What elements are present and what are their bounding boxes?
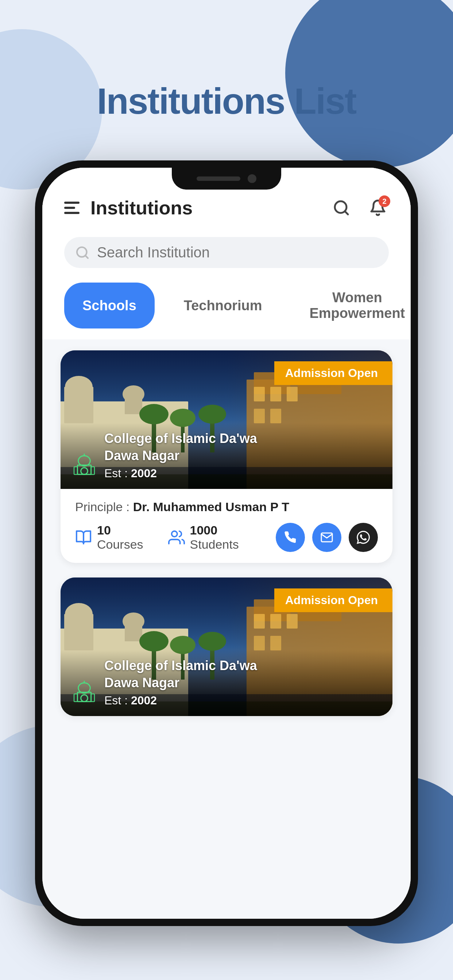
svg-point-32 xyxy=(171,531,177,537)
svg-point-40 xyxy=(139,631,169,652)
college-name-1: College of Islamic Da'waDawa Nagar xyxy=(104,430,381,465)
tab-technorium[interactable]: Technorium xyxy=(166,283,281,328)
search-input-wrap[interactable] xyxy=(64,237,389,268)
hamburger-line-3 xyxy=(64,212,80,214)
svg-point-11 xyxy=(139,404,169,425)
college-name-2: College of Islamic Da'waDawa Nagar xyxy=(104,657,381,692)
svg-rect-7 xyxy=(74,385,83,403)
svg-rect-57 xyxy=(77,692,91,702)
card-bottom-info-2: College of Islamic Da'waDawa Nagar Est :… xyxy=(61,650,392,716)
card-info-1: Principle : Dr. Muhammed Usman P T xyxy=(61,489,392,563)
header-title: Institutions xyxy=(91,197,193,219)
svg-rect-36 xyxy=(74,612,83,630)
svg-point-26 xyxy=(78,456,91,466)
admission-ribbon-1: Admission Open xyxy=(274,361,392,385)
search-field-icon xyxy=(75,245,90,260)
search-icon-button[interactable] xyxy=(330,197,353,219)
card-image-2: Admission Open xyxy=(61,578,392,716)
header-right: 2 xyxy=(330,197,389,219)
svg-point-55 xyxy=(78,683,91,693)
whatsapp-button-1[interactable] xyxy=(349,523,378,552)
notification-badge: 2 xyxy=(379,196,390,207)
tab-schools[interactable]: Schools xyxy=(64,283,155,328)
svg-rect-50 xyxy=(287,614,298,628)
est-text-2: Est : 2002 xyxy=(104,694,381,707)
card-name-est-2: College of Islamic Da'waDawa Nagar Est :… xyxy=(104,657,381,707)
page-title: Institutions List xyxy=(0,80,453,122)
svg-rect-38 xyxy=(125,619,142,641)
svg-rect-19 xyxy=(254,387,265,401)
svg-rect-20 xyxy=(270,387,281,401)
svg-rect-9 xyxy=(125,392,142,414)
principle-name-1: Dr. Muhammed Usman P T xyxy=(133,500,289,514)
card-name-est-1: College of Islamic Da'waDawa Nagar Est :… xyxy=(104,430,381,480)
svg-point-15 xyxy=(198,405,226,424)
svg-rect-49 xyxy=(270,614,281,628)
svg-rect-51 xyxy=(254,636,265,651)
courses-icon-1 xyxy=(75,528,92,547)
institution-card-1: Admission Open xyxy=(61,350,392,563)
phone-button-1[interactable] xyxy=(276,523,305,552)
courses-count-1: 10 Courses xyxy=(97,523,153,552)
hamburger-menu-icon[interactable] xyxy=(64,202,80,214)
institution-card-2: Admission Open xyxy=(61,578,392,716)
svg-rect-52 xyxy=(270,636,281,651)
hamburger-line-2 xyxy=(64,207,75,209)
svg-rect-58 xyxy=(81,695,88,702)
notch-camera xyxy=(248,174,257,183)
students-icon-1 xyxy=(168,528,185,547)
hamburger-line-1 xyxy=(64,202,80,204)
mosque-icon-2 xyxy=(72,680,97,707)
mosque-icon-1 xyxy=(72,453,97,480)
app-content: Institutions 2 xyxy=(42,168,411,919)
stat-students-1: 1000 Students xyxy=(168,523,261,552)
header-left: Institutions xyxy=(64,197,193,219)
card-bottom-info-1: College of Islamic Da'waDawa Nagar Est :… xyxy=(61,423,392,489)
card-image-1: Admission Open xyxy=(61,350,392,489)
svg-line-1 xyxy=(345,211,348,215)
phone-screen: Institutions 2 xyxy=(42,168,411,919)
students-count-1: 1000 Students xyxy=(190,523,261,552)
card-stats-1: 10 Courses xyxy=(75,523,378,552)
stat-courses-1: 10 Courses xyxy=(75,523,153,552)
svg-rect-48 xyxy=(254,614,265,628)
admission-ribbon-2: Admission Open xyxy=(274,589,392,612)
svg-rect-21 xyxy=(287,387,298,401)
phone-mockup: Institutions 2 xyxy=(35,161,418,926)
notification-button[interactable]: 2 xyxy=(367,197,389,219)
email-button-1[interactable] xyxy=(312,523,341,552)
svg-point-44 xyxy=(198,632,226,651)
search-input[interactable] xyxy=(97,244,378,261)
svg-rect-29 xyxy=(81,468,88,475)
tab-women-empowerment[interactable]: Women Empowerment xyxy=(291,283,411,328)
principle-text-1: Principle : Dr. Muhammed Usman P T xyxy=(75,500,378,514)
notch-speaker xyxy=(196,177,240,181)
tabs-container: Schools Technorium Women Empowerment xyxy=(42,279,411,339)
search-container xyxy=(42,230,411,279)
svg-line-3 xyxy=(85,255,88,258)
card-actions-1 xyxy=(276,523,378,552)
cards-scroll: Admission Open xyxy=(42,339,411,919)
svg-rect-28 xyxy=(77,465,91,475)
phone-notch xyxy=(172,168,281,189)
svg-rect-23 xyxy=(270,409,281,423)
page-title-container: Institutions List xyxy=(0,80,453,122)
est-text-1: Est : 2002 xyxy=(104,467,381,480)
svg-rect-22 xyxy=(254,409,265,423)
